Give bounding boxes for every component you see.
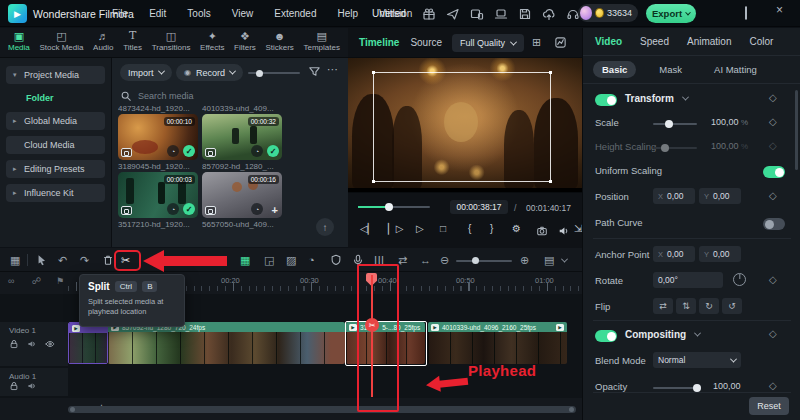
hide-eye-icon[interactable] (45, 339, 55, 349)
quality-selector[interactable]: Full Quality (452, 34, 524, 52)
scroll-to-top-button[interactable]: ↑ (316, 218, 334, 236)
play-button[interactable]: ▷ (416, 223, 424, 234)
keyframe-diamond-icon[interactable]: ◇ (769, 92, 777, 103)
timeline-zoom-slider[interactable] (456, 260, 512, 262)
collapse-icon[interactable] (694, 330, 701, 337)
more-options-icon[interactable]: ⋯ (327, 64, 338, 75)
zoom-out-icon[interactable]: ⊖ (440, 253, 449, 267)
toolbox-icon[interactable]: ▦ (10, 253, 20, 267)
next-frame-button[interactable]: ▏▷ (388, 223, 403, 234)
keyframe-diamond-icon[interactable]: ◇ (769, 328, 777, 339)
account-pill[interactable]: 33634 (578, 4, 638, 22)
sidebar-item-cloud-media[interactable]: Cloud Media (6, 136, 105, 154)
position-x-field[interactable]: X0,00 (653, 188, 695, 204)
mark-in-button[interactable]: { (468, 223, 471, 234)
blend-mode-dropdown[interactable]: Normal (653, 352, 741, 368)
delete-icon[interactable] (102, 254, 114, 266)
tab-audio[interactable]: ♬Audio (93, 30, 113, 57)
tab-source-preview[interactable]: Source (410, 37, 442, 48)
export-button[interactable]: Export (646, 4, 696, 23)
search-input[interactable] (138, 91, 308, 101)
media-thumbnail[interactable]: 00:00:10 ◔ ✓ (118, 114, 198, 160)
compositing-toggle[interactable] (595, 330, 617, 342)
flip-vertical-button[interactable]: ⇅ (676, 298, 696, 314)
keyframe-diamond-icon[interactable]: ◇ (769, 116, 777, 127)
menu-edit[interactable]: Edit (149, 8, 166, 19)
tab-animation[interactable]: Animation (687, 36, 731, 47)
uniform-scaling-toggle[interactable] (763, 166, 785, 178)
opacity-slider[interactable] (653, 387, 699, 389)
keyframe-diamond-icon[interactable]: ◇ (769, 274, 777, 285)
scale-slider[interactable] (653, 123, 697, 125)
thumbnail-size-slider[interactable] (248, 72, 300, 74)
add-to-timeline-icon[interactable]: + (272, 204, 278, 216)
marker-icon[interactable]: ⚑ (56, 276, 64, 286)
multi-view-icon[interactable]: ⊞ (532, 37, 541, 48)
anchor-x-field[interactable]: X0,00 (653, 246, 695, 262)
zoom-in-icon[interactable]: ⊕ (520, 253, 529, 267)
tab-video[interactable]: Video (595, 36, 622, 47)
menu-file[interactable]: File (112, 8, 128, 19)
reset-button[interactable]: Reset (749, 397, 789, 415)
timeline-clip-purple[interactable]: ▶ (68, 322, 108, 364)
mute-speaker-icon[interactable] (27, 381, 37, 391)
share-icon[interactable] (446, 7, 460, 21)
sidebar-item-project-media[interactable]: ▾Project Media (6, 66, 105, 84)
scopes-icon[interactable] (554, 36, 567, 49)
stop-button[interactable]: □ (440, 223, 446, 234)
speaker-icon[interactable] (558, 225, 570, 237)
save-icon[interactable] (518, 7, 532, 21)
timeline-clip-4010339[interactable]: ▶4010339-uhd_4096_2160_25fps▶ (428, 322, 567, 364)
opacity-value[interactable]: 100,00 (713, 381, 741, 391)
image-tool-icon[interactable]: ▨ (286, 253, 296, 267)
restore-button[interactable] (745, 9, 747, 18)
rotate-field[interactable]: 0,00° (653, 272, 723, 288)
cloud-upload-icon[interactable] (542, 7, 556, 21)
mark-out-button[interactable]: } (490, 223, 493, 234)
scrub-slider[interactable] (358, 206, 430, 208)
fit-timeline-icon[interactable]: ↔ (420, 253, 431, 267)
transform-box[interactable] (373, 72, 551, 182)
device-link-icon[interactable] (470, 7, 484, 21)
lock-icon[interactable] (9, 381, 19, 391)
tab-timeline-preview[interactable]: Timeline (359, 37, 399, 48)
tab-speed[interactable]: Speed (640, 36, 669, 47)
horizontal-scrollbar[interactable] (68, 406, 576, 413)
subtab-mask[interactable]: Mask (650, 61, 691, 78)
keyframe-diamond-icon[interactable]: ◇ (769, 190, 777, 201)
rotate-cw-button[interactable]: ↻ (699, 298, 719, 314)
export-frame-icon[interactable]: ◲ (264, 253, 274, 267)
scrub-knob[interactable] (385, 203, 393, 211)
subtab-basic[interactable]: Basic (593, 61, 636, 78)
anchor-y-field[interactable]: Y0,00 (699, 246, 741, 262)
flip-horizontal-button[interactable]: ⇄ (653, 298, 673, 314)
keyframe-diamond-icon[interactable]: ◇ (769, 380, 777, 391)
auto-ripple-icon[interactable]: ⇄ (398, 253, 407, 267)
menu-extended[interactable]: Extended (274, 8, 316, 19)
playback-settings-icon[interactable]: ⚙ (512, 223, 521, 234)
media-thumbnail[interactable]: 00:00:32 ◔ ✓ (202, 114, 282, 160)
shield-icon[interactable] (330, 254, 342, 266)
link-clips-icon[interactable]: ∞ (8, 276, 14, 286)
snap-icon[interactable]: ☍ (32, 276, 41, 286)
gift-icon[interactable] (422, 7, 436, 21)
collapse-icon[interactable] (682, 94, 689, 101)
import-button[interactable]: Import (120, 64, 172, 81)
tab-media[interactable]: ▣Media (8, 30, 30, 57)
tab-filters[interactable]: ❖Filters (234, 30, 256, 57)
sidebar-item-global-media[interactable]: ▸Global Media (6, 112, 105, 130)
tab-titles[interactable]: TTitles (123, 30, 142, 57)
transform-toggle[interactable] (595, 94, 617, 106)
panel-scrollbar[interactable] (795, 90, 798, 170)
speed-tool-icon[interactable]: ◔ (308, 253, 315, 267)
tab-templates[interactable]: ▤Templates (304, 30, 340, 57)
redo-icon[interactable]: ↷ (80, 253, 89, 267)
tab-stickers[interactable]: ☻Stickers (265, 30, 293, 57)
timecode-current[interactable]: 00:00:38:17 (450, 200, 508, 214)
tab-effects[interactable]: ✦Effects (200, 30, 224, 57)
tab-transitions[interactable]: ◫Transitions (152, 30, 191, 57)
subtab-ai-matting[interactable]: AI Matting (705, 61, 766, 78)
media-thumbnail[interactable]: 00:00:03 ◔ ✓ (118, 172, 198, 218)
track-height-icon[interactable]: ▤ (544, 253, 554, 267)
rotate-dial-icon[interactable] (733, 273, 746, 286)
